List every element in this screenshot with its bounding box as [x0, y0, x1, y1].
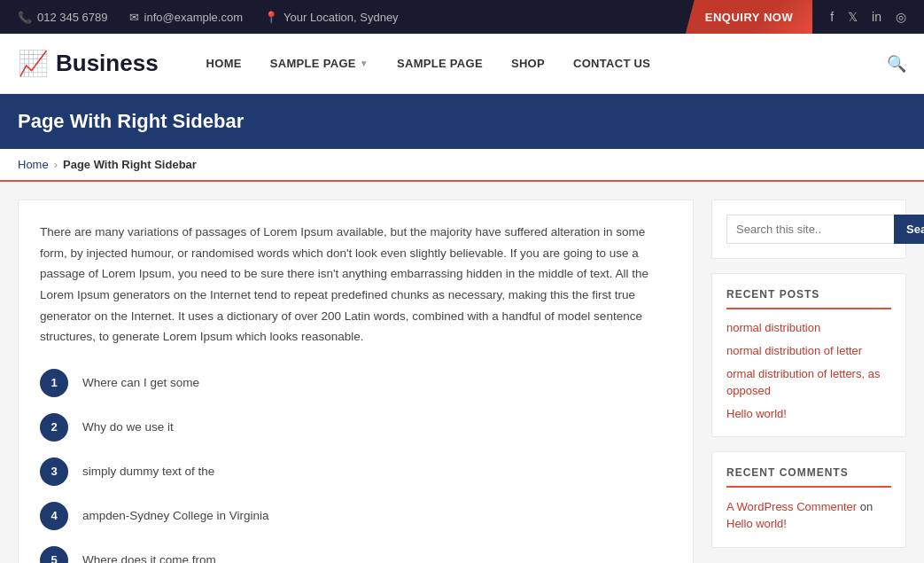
recent-post-item: normal distribution	[726, 320, 891, 336]
linkedin-icon[interactable]: in	[872, 10, 881, 24]
email-contact: ✉ info@example.com	[129, 11, 243, 24]
breadcrumb-current: Page With Right Sidebar	[63, 158, 197, 171]
nav-sample-page-1[interactable]: SAMPLE PAGE ▼	[258, 50, 381, 77]
email-icon: ✉	[129, 11, 139, 24]
breadcrumb-separator: ›	[54, 158, 58, 171]
list-item: 1 Where can I get some	[40, 369, 672, 397]
list-item: 5 Where does it come from	[40, 546, 672, 563]
list-text-3: simply dummy text of the	[82, 465, 214, 478]
list-number-1: 1	[40, 369, 68, 397]
recent-posts-widget: RECENT POSTS normal distribution normal …	[711, 273, 906, 437]
recent-comments-widget: RECENT COMMENTS A WordPress Commenter on…	[711, 451, 906, 548]
breadcrumb-home-link[interactable]: Home	[18, 158, 49, 171]
facebook-icon[interactable]: f	[830, 10, 834, 24]
location-icon: 📍	[264, 11, 278, 24]
search-button[interactable]: Search	[894, 215, 924, 244]
phone-number: 012 345 6789	[37, 11, 108, 24]
list-item: 3 simply dummy text of the	[40, 457, 672, 486]
location-text: Your Location, Sydney	[283, 11, 399, 24]
list-number-4: 4	[40, 502, 68, 530]
dropdown-arrow-icon: ▼	[360, 59, 369, 68]
list-text-2: Why do we use it	[82, 420, 174, 434]
phone-contact: 📞 012 345 6789	[18, 11, 108, 24]
instagram-icon[interactable]: ◎	[896, 10, 906, 24]
nav-sample-page-2[interactable]: SAMPLE PAGE	[384, 50, 495, 77]
content-paragraph: There are many variations of passages of…	[40, 222, 672, 348]
twitter-icon[interactable]: 𝕏	[848, 10, 858, 24]
comment-post-link[interactable]: Hello world!	[726, 517, 787, 530]
social-links: f 𝕏 in ◎	[830, 10, 906, 24]
comment-on-text: on	[860, 500, 873, 513]
list-number-3: 3	[40, 457, 68, 486]
site-logo[interactable]: 📈 Business	[18, 49, 159, 78]
top-bar-contacts: 📞 012 345 6789 ✉ info@example.com 📍 Your…	[18, 11, 686, 24]
recent-posts-list: normal distribution normal distribution …	[726, 320, 891, 422]
nav-search-icon[interactable]: 🔍	[887, 54, 906, 74]
recent-post-link-4[interactable]: Hello world!	[726, 407, 787, 420]
sidebar: Search RECENT POSTS normal distribution …	[711, 199, 906, 563]
enquiry-button[interactable]: ENQUIRY NOW	[686, 0, 812, 34]
list-item: 2 Why do we use it	[40, 413, 672, 442]
recent-post-item: normal distribution of letter	[726, 343, 891, 359]
site-header: 📈 Business HOME SAMPLE PAGE ▼ SAMPLE PAG…	[0, 34, 924, 94]
recent-comment-item: A WordPress Commenter on Hello world!	[726, 498, 891, 533]
recent-post-link-3[interactable]: ormal distribution of letters, as oppose…	[726, 367, 880, 396]
list-item: 4 ampden-Sydney College in Virginia	[40, 502, 672, 530]
recent-comments-list: A WordPress Commenter on Hello world!	[726, 498, 891, 533]
recent-post-link-2[interactable]: normal distribution of letter	[726, 344, 862, 357]
list-number-2: 2	[40, 413, 68, 442]
recent-post-link-1[interactable]: normal distribution	[726, 321, 820, 334]
list-text-5: Where does it come from	[82, 553, 216, 563]
list-number-5: 5	[40, 546, 68, 563]
top-bar: 📞 012 345 6789 ✉ info@example.com 📍 Your…	[0, 0, 924, 34]
recent-posts-title: RECENT POSTS	[726, 288, 891, 309]
page-header-banner: Page With Right Sidebar	[0, 94, 924, 149]
list-text-4: ampden-Sydney College in Virginia	[82, 509, 269, 522]
main-content: There are many variations of passages of…	[18, 199, 694, 563]
recent-post-item: ormal distribution of letters, as oppose…	[726, 366, 891, 398]
breadcrumb: Home › Page With Right Sidebar	[0, 149, 924, 182]
comment-author-link[interactable]: A WordPress Commenter	[726, 500, 857, 513]
main-nav: HOME SAMPLE PAGE ▼ SAMPLE PAGE SHOP CONT…	[194, 50, 906, 77]
search-form: Search	[726, 215, 891, 244]
location-contact: 📍 Your Location, Sydney	[264, 11, 399, 24]
main-container: There are many variations of passages of…	[0, 182, 924, 563]
nav-home[interactable]: HOME	[194, 50, 254, 77]
search-widget: Search	[711, 199, 906, 259]
nav-shop[interactable]: SHOP	[499, 50, 557, 77]
nav-contact-us[interactable]: CONTACT US	[561, 50, 663, 77]
recent-comments-title: RECENT COMMENTS	[726, 466, 891, 488]
phone-icon: 📞	[18, 11, 32, 24]
numbered-list: 1 Where can I get some 2 Why do we use i…	[40, 369, 672, 563]
search-input[interactable]	[726, 215, 894, 244]
logo-text: Business	[56, 50, 159, 77]
logo-icon: 📈	[18, 49, 49, 78]
email-address: info@example.com	[144, 11, 243, 24]
page-title: Page With Right Sidebar	[18, 110, 906, 133]
recent-post-item: Hello world!	[726, 406, 891, 422]
list-text-1: Where can I get some	[82, 376, 199, 389]
